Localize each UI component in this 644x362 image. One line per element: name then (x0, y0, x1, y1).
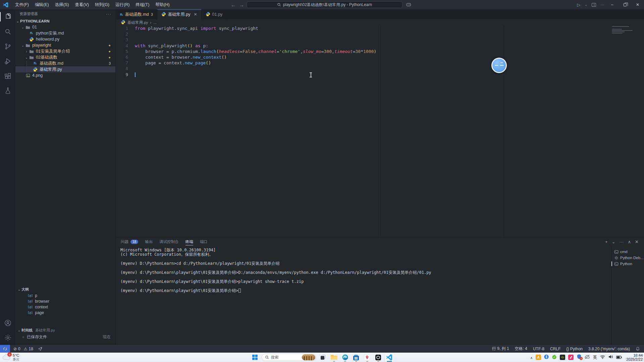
timeline-header[interactable]: ⌄ 时间线 基础常用.py (15, 327, 115, 334)
outline-item-page[interactable]: [@]page (15, 310, 115, 315)
panel-tab-输出[interactable]: 输出 (145, 237, 153, 246)
tab-基础函数.md[interactable]: M↓基础函数.md3 (116, 9, 157, 19)
panel-tab-调试控制台[interactable]: 调试控制台 (159, 237, 179, 246)
run-button[interactable]: ▷ (577, 2, 580, 7)
defender-alert-icon[interactable]: ✕ (577, 354, 582, 361)
status-行[interactable]: 行 9, 列 1 (492, 346, 509, 352)
tray-chevron-icon[interactable]: ∧ (530, 354, 533, 360)
minimap[interactable] (612, 26, 634, 34)
nav-forward-icon[interactable]: → (239, 2, 244, 8)
panel-close-icon[interactable]: ✕ (635, 239, 639, 244)
status-UTF-8[interactable]: UTF-8 (533, 347, 544, 351)
launch-rocket-icon[interactable] (38, 347, 43, 351)
activity-account-icon[interactable] (0, 315, 15, 330)
panel-tab-问题[interactable]: 问题18 (121, 237, 138, 246)
menu-转到[interactable]: 转到(G) (92, 0, 112, 9)
taskbar-edge-button[interactable] (341, 353, 350, 362)
search-highlight-image[interactable] (302, 354, 315, 360)
command-center-search[interactable]: playwright\02基础函数\基础常用.py - PythonLearn (247, 1, 402, 8)
taskbar-start-button[interactable] (251, 353, 259, 362)
battery-icon[interactable] (616, 354, 622, 360)
nav-back-icon[interactable]: ← (231, 2, 236, 8)
taskbar-capcut-button[interactable] (374, 353, 383, 362)
tree-item-helloword.py[interactable]: helloword.py (15, 36, 115, 42)
menu-编辑[interactable]: 编辑(E) (32, 0, 52, 9)
taskbar-store-button[interactable] (352, 353, 361, 362)
remote-indicator[interactable] (0, 345, 10, 353)
tree-item-python安装.md[interactable]: M↓python安装.md (15, 30, 115, 36)
tree-item-4.png[interactable]: 4.png (15, 72, 115, 78)
pink-app-icon[interactable] (568, 355, 574, 360)
activity-settings-icon[interactable] (0, 330, 15, 345)
volume-icon[interactable] (608, 354, 613, 360)
weather-widget[interactable]: 4 5°C 多云 (2, 353, 19, 361)
nvidia-icon[interactable] (560, 355, 565, 360)
outline-item-browser[interactable]: [@]browser (15, 298, 115, 304)
activity-search-icon[interactable] (0, 24, 15, 39)
activity-extensions-icon[interactable] (0, 68, 15, 83)
copilot-icon[interactable] (406, 2, 411, 7)
panel-tab-端口[interactable]: 端口 (200, 237, 208, 246)
outline-header[interactable]: ⌄ 大纲 (15, 286, 115, 293)
close-button[interactable]: ✕ (631, 0, 644, 9)
activity-explorer-icon[interactable] (0, 9, 15, 24)
menu-文件[interactable]: 文件(F) (12, 0, 32, 9)
explorer-actions-icon[interactable]: ··· (106, 11, 111, 16)
problems-status[interactable]: ⊘0 ⚠18 (13, 347, 33, 351)
menu-选择[interactable]: 选择(S) (52, 0, 72, 9)
tree-item-playwright[interactable]: ⌄playwright● (15, 42, 115, 48)
layout-kebab-icon[interactable]: ··· (600, 2, 604, 7)
activity-testing-icon[interactable] (0, 83, 15, 98)
minimize-button[interactable]: – (606, 0, 619, 9)
restore-button[interactable] (619, 0, 631, 9)
close-icon[interactable]: ✕ (194, 12, 197, 17)
outline-item-context[interactable]: [@]context (15, 304, 115, 310)
breadcrumb[interactable]: 基础常用.py › ... (116, 19, 644, 25)
split-editor-icon[interactable] (592, 3, 596, 7)
new-terminal-icon[interactable]: + (605, 239, 608, 244)
terminal-instance-cmd[interactable]: cmd (611, 249, 644, 255)
code-editor[interactable]: 1from playwright.sync_api import sync_pl… (116, 25, 644, 237)
menu-查看[interactable]: 查看(V) (72, 0, 92, 9)
status-{}[interactable]: {} Python (566, 347, 583, 351)
panel-tab-终端[interactable]: 终端 (185, 237, 193, 246)
tab-基础常用.py[interactable]: 基础常用.py✕ (157, 9, 202, 19)
taskbar-pin-app-button[interactable] (363, 353, 372, 362)
orange-app-icon[interactable]: A (536, 355, 541, 360)
cloud-off-icon[interactable] (585, 354, 590, 360)
menu-帮助[interactable]: 帮助(H) (152, 0, 172, 9)
menu-运行[interactable]: 运行(R) (112, 0, 132, 9)
bluetooth-icon[interactable] (544, 354, 549, 361)
tree-item-基础常用.py[interactable]: 基础常用.py (15, 66, 115, 72)
tree-item-01[interactable]: ⌄01 (15, 24, 115, 30)
panel-kebab-icon[interactable]: ··· (620, 239, 624, 244)
bell-icon[interactable] (636, 347, 640, 351)
taskbar-task-view-button[interactable] (319, 353, 327, 362)
terminal-instance-Python[interactable]: Python (611, 261, 644, 267)
tree-item-02基础函数[interactable]: ⌄02基础函数● (15, 54, 115, 60)
green-app-icon[interactable] (552, 354, 557, 361)
status-CRLF[interactable]: CRLF (550, 347, 560, 351)
timeline-entry[interactable]: ○ 已保存文件 现在 (15, 334, 115, 340)
taskbar-vscode-button[interactable] (385, 353, 394, 362)
outline-item-p[interactable]: [@]p (15, 293, 115, 298)
activity-source-control-icon[interactable] (0, 39, 15, 54)
menu-终端[interactable]: 终端(T) (132, 0, 152, 9)
ime-indicator[interactable]: 英 (593, 355, 597, 360)
taskbar-file-explorer-button[interactable] (330, 353, 338, 362)
terminal-output[interactable]: Microsoft Windows [版本 10.0.26100.3194](c… (116, 246, 611, 345)
tab-01.py[interactable]: 01.py (202, 9, 227, 19)
taskbar-search[interactable]: 搜索 (262, 354, 316, 361)
status-空格:[interactable]: 空格: 4 (515, 346, 527, 352)
tree-item-基础函数.md[interactable]: M↓基础函数.md3 (15, 60, 115, 66)
tree-root[interactable]: ⌄PYTHONLEARN (15, 18, 115, 24)
terminal-dropdown-icon[interactable]: ⌄ (612, 239, 615, 244)
activity-run-debug-icon[interactable] (0, 54, 15, 68)
terminal-instance-Python Deb...[interactable]: Python Deb... (611, 255, 644, 261)
panel-maximize-icon[interactable]: ∧ (628, 239, 631, 244)
run-dropdown-icon[interactable]: ⌄ (585, 3, 587, 6)
wifi-icon[interactable] (600, 354, 605, 360)
status-3.8.20[interactable]: 3.8.20 ('myenv': conda) (588, 347, 630, 351)
tree-item-01安装及简单介绍[interactable]: ›01安装及简单介绍● (15, 48, 115, 54)
taskbar-clock[interactable]: 16:442025/2/22 (626, 353, 643, 362)
